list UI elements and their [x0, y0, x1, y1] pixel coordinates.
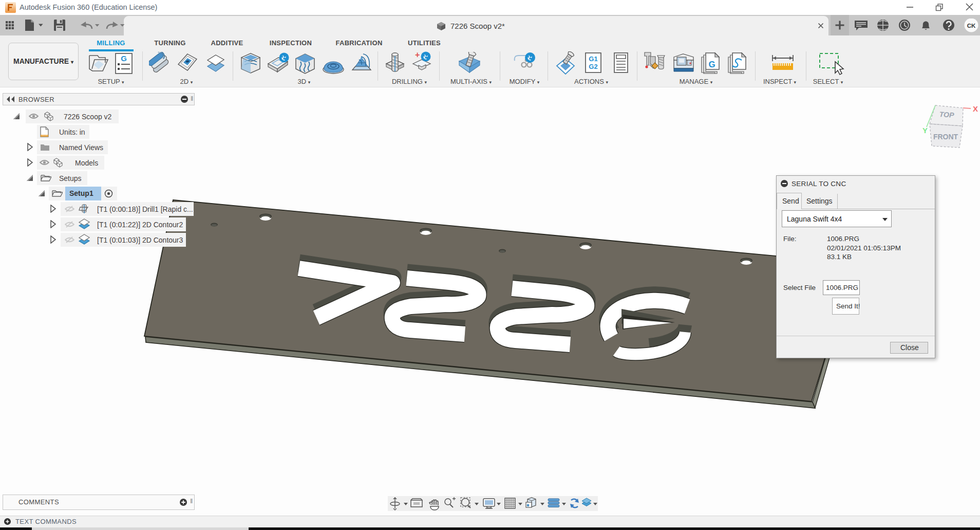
- svg-text:FRONT: FRONT: [933, 133, 958, 141]
- svg-text:G2: G2: [589, 63, 597, 70]
- svg-text:CK: CK: [967, 23, 976, 29]
- svg-text:X: X: [973, 104, 978, 113]
- svg-text:G: G: [121, 54, 127, 63]
- svg-text:+: +: [415, 51, 420, 59]
- svg-text:Y: Y: [922, 126, 928, 135]
- svg-text:TOP: TOP: [939, 110, 954, 119]
- svg-text:G1: G1: [589, 55, 597, 63]
- svg-text:G: G: [708, 60, 715, 69]
